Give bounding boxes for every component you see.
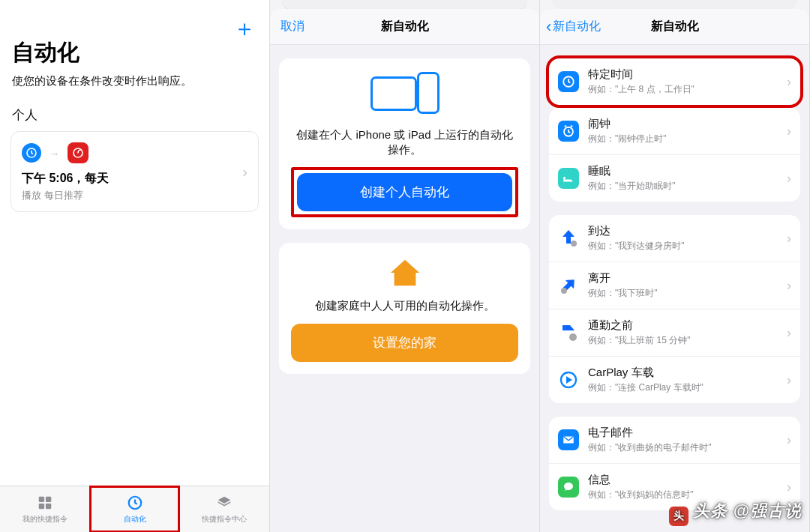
chevron-right-icon: › — [787, 171, 791, 187]
row-subtitle: 例如："我下班时" — [588, 287, 778, 300]
clock-icon — [126, 494, 144, 512]
trigger-sleep[interactable]: 睡眠 例如："当开始助眠时" › — [549, 154, 800, 202]
bed-icon — [558, 168, 579, 189]
trigger-alarm[interactable]: 闹钟 例如："闹钟停止时" › — [549, 108, 800, 154]
row-title: 到达 — [588, 224, 778, 238]
leave-icon — [558, 275, 579, 296]
personal-desc: 创建在个人 iPhone 或 iPad 上运行的自动化操作。 — [291, 127, 518, 158]
chevron-right-icon: › — [242, 163, 248, 181]
clock-icon — [558, 71, 579, 92]
row-title: 通勤之前 — [588, 318, 778, 333]
svg-rect-5 — [46, 504, 51, 509]
netease-music-icon — [68, 142, 88, 163]
trigger-arrive[interactable]: 到达 例如："我到达健身房时" › — [549, 215, 800, 262]
row-subtitle: 例如："收到曲扬的电子邮件时" — [588, 441, 778, 454]
devices-icon — [370, 72, 440, 117]
tab-label: 自动化 — [124, 514, 146, 525]
svg-point-10 — [561, 288, 567, 294]
chevron-right-icon: › — [787, 74, 791, 90]
tab-bar: 我的快捷指令 自动化 快捷指令中心 — [0, 486, 269, 532]
cancel-button[interactable]: 取消 — [280, 19, 304, 34]
trigger-group-time: 闹钟 例如："闹钟停止时" › 睡眠 例如："当开始助眠时" › — [549, 108, 800, 202]
trigger-commute[interactable]: 通勤之前 例如："我上班前 15 分钟" › — [549, 309, 800, 356]
row-subtitle: 例如："上午 8 点，工作日" — [588, 83, 778, 96]
nav-bar: 取消 新自动化 — [270, 9, 539, 45]
row-subtitle: 例如："连接 CarPlay 车载时" — [588, 381, 778, 394]
row-title: 闹钟 — [588, 117, 778, 131]
row-title: CarPlay 车载 — [588, 366, 778, 380]
trigger-time-of-day[interactable]: 特定时间 例如："上午 8 点，工作日" › — [549, 58, 800, 105]
add-automation-button[interactable]: ＋ — [233, 13, 256, 44]
section-personal-label: 个人 — [12, 106, 269, 124]
automation-card-subtitle: 播放 每日推荐 — [22, 189, 248, 202]
trigger-group-time-highlight: 特定时间 例如："上午 8 点，工作日" › — [549, 58, 800, 105]
arrow-right-icon: → — [49, 147, 60, 160]
row-subtitle: 例如："收到妈妈的信息时" — [588, 489, 778, 501]
nav-title: 新自动化 — [381, 19, 429, 34]
highlight-box: 创建个人自动化 — [291, 167, 518, 217]
home-icon — [387, 256, 423, 289]
trigger-message[interactable]: 信息 例如："收到妈妈的信息时" › — [549, 463, 800, 510]
automation-card[interactable]: → 下午 5:06，每天 播放 每日推荐 › — [10, 131, 259, 212]
trigger-group-comm: 电子邮件 例如："收到曲扬的电子邮件时" › 信息 例如："收到妈妈的信息时" … — [549, 417, 800, 510]
alarm-icon — [558, 121, 579, 142]
row-subtitle: 例如："闹钟停止时" — [588, 133, 778, 145]
back-button[interactable]: ‹ 新自动化 — [546, 19, 601, 34]
tab-gallery[interactable]: 快捷指令中心 — [179, 486, 269, 532]
row-title: 离开 — [588, 271, 778, 285]
svg-rect-4 — [39, 504, 44, 509]
back-label: 新自动化 — [553, 19, 601, 34]
chevron-right-icon: › — [787, 325, 791, 341]
row-title: 睡眠 — [588, 164, 778, 178]
page-title: 自动化 — [12, 37, 269, 68]
row-title: 特定时间 — [588, 67, 778, 82]
page-subtitle: 使您的设备在条件改变时作出响应。 — [12, 74, 257, 88]
chevron-right-icon: › — [787, 124, 791, 139]
svg-rect-3 — [46, 497, 51, 502]
pane-new-automation-sheet: 取消 新自动化 创建在个人 iPhone 或 iPad 上运行的自动化操作。 创… — [270, 0, 540, 532]
automation-card-title: 下午 5:06，每天 — [22, 171, 248, 187]
tab-label: 快捷指令中心 — [202, 514, 247, 525]
row-title: 信息 — [588, 473, 778, 487]
tab-my-shortcuts[interactable]: 我的快捷指令 — [0, 486, 90, 532]
commute-icon — [558, 322, 579, 343]
message-icon — [558, 477, 579, 498]
setup-home-button[interactable]: 设置您的家 — [291, 324, 518, 362]
row-subtitle: 例如："我上班前 15 分钟" — [588, 334, 778, 347]
tab-automation[interactable]: 自动化 — [90, 486, 180, 532]
clock-icon — [22, 143, 41, 163]
layers-icon — [215, 494, 233, 512]
svg-point-11 — [569, 333, 577, 341]
trigger-group-location: 到达 例如："我到达健身房时" › 离开 例如："我下班时" › — [549, 215, 800, 403]
nav-bar: ‹ 新自动化 新自动化 — [540, 9, 809, 45]
carplay-icon — [558, 369, 579, 390]
pane-trigger-picker: ‹ 新自动化 新自动化 特定时间 例如："上午 8 点，工作日" › — [540, 0, 810, 532]
row-title: 电子邮件 — [588, 426, 778, 440]
mail-icon — [558, 429, 579, 450]
pane-automation-list: ＋ 自动化 使您的设备在条件改变时作出响应。 个人 → 下午 5:06，每天 播… — [0, 0, 270, 532]
home-desc: 创建家庭中人人可用的自动化操作。 — [291, 298, 518, 313]
trigger-carplay[interactable]: CarPlay 车载 例如："连接 CarPlay 车载时" › — [549, 356, 800, 403]
chevron-right-icon: › — [787, 480, 791, 495]
create-personal-automation-button[interactable]: 创建个人自动化 — [297, 173, 512, 211]
nav-title: 新自动化 — [651, 19, 699, 34]
row-subtitle: 例如："我到达健身房时" — [588, 240, 778, 253]
grid-icon — [36, 494, 54, 512]
chevron-right-icon: › — [787, 372, 791, 388]
chevron-right-icon: › — [787, 432, 791, 448]
personal-automation-card: 创建在个人 iPhone 或 iPad 上运行的自动化操作。 创建个人自动化 — [279, 58, 530, 229]
row-subtitle: 例如："当开始助眠时" — [588, 180, 778, 193]
chevron-right-icon: › — [787, 231, 791, 247]
tab-label: 我的快捷指令 — [22, 514, 68, 525]
svg-point-9 — [571, 241, 577, 247]
trigger-leave[interactable]: 离开 例如："我下班时" › — [549, 262, 800, 309]
home-automation-card: 创建家庭中人人可用的自动化操作。 设置您的家 — [279, 243, 530, 374]
svg-rect-2 — [39, 497, 44, 502]
chevron-right-icon: › — [787, 278, 791, 294]
trigger-email[interactable]: 电子邮件 例如："收到曲扬的电子邮件时" › — [549, 417, 800, 463]
arrive-icon — [558, 228, 579, 249]
